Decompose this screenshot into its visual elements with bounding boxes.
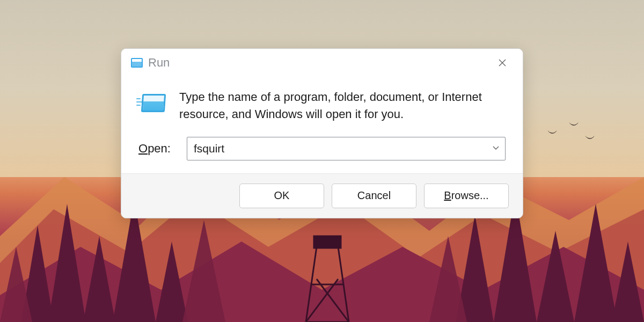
open-label: Open:	[138, 142, 177, 156]
svg-marker-14	[182, 220, 225, 322]
window-title: Run	[148, 56, 170, 70]
chevron-down-icon	[492, 144, 500, 153]
svg-marker-11	[574, 204, 617, 322]
svg-marker-15	[429, 236, 467, 322]
svg-marker-10	[537, 231, 574, 322]
open-input[interactable]	[194, 142, 486, 155]
cancel-button[interactable]: Cancel	[332, 184, 416, 208]
open-combobox[interactable]	[187, 137, 506, 160]
svg-marker-4	[48, 204, 86, 322]
dialog-description: Type the name of a program, folder, docu…	[179, 89, 506, 123]
svg-marker-13	[0, 247, 32, 322]
button-bar: OK Cancel Browse...	[121, 173, 523, 218]
ok-button[interactable]: OK	[239, 184, 324, 208]
close-button[interactable]	[492, 54, 513, 71]
svg-marker-7	[156, 241, 188, 322]
run-large-icon	[138, 91, 167, 114]
svg-rect-23	[314, 236, 341, 248]
run-dialog: Run Type the name of a program, folder, …	[121, 48, 523, 218]
run-window-icon	[131, 58, 143, 68]
svg-marker-5	[83, 236, 115, 322]
browse-button[interactable]: Browse...	[424, 184, 509, 208]
titlebar[interactable]: Run	[121, 49, 523, 76]
close-icon	[499, 59, 506, 67]
svg-marker-12	[612, 241, 644, 322]
